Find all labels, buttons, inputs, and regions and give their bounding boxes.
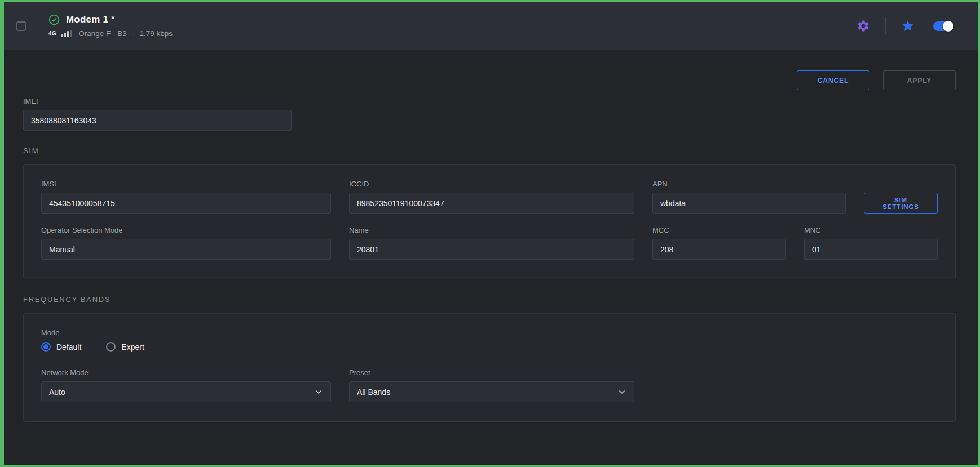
mcc-field: MCC bbox=[652, 226, 786, 260]
mcc-input[interactable] bbox=[652, 239, 786, 260]
imei-label: IMEI bbox=[23, 97, 292, 105]
form-actions: CANCEL APPLY bbox=[23, 70, 956, 90]
app-frame: Modem 1 * 4G Orange F - B3 · 1.79 kbps bbox=[0, 0, 980, 467]
toggle-knob bbox=[943, 21, 953, 32]
preset-select[interactable]: All Bands bbox=[349, 381, 634, 402]
mode-radio-expert[interactable]: Expert bbox=[106, 342, 144, 352]
frequency-bands-section-title: FREQUENCY BANDS bbox=[23, 295, 956, 304]
iccid-field: ICCID bbox=[349, 180, 634, 214]
apn-field: APN bbox=[652, 180, 846, 214]
preset-value: All Bands bbox=[357, 388, 390, 397]
iccid-input[interactable] bbox=[349, 193, 634, 214]
mode-radio-default-label: Default bbox=[56, 343, 81, 352]
select-modem-checkbox[interactable] bbox=[16, 21, 26, 31]
name-field: Name bbox=[349, 226, 634, 260]
modem-title: Modem 1 * bbox=[66, 14, 115, 25]
mnc-field: MNC bbox=[804, 226, 938, 260]
operator-selection-mode-input[interactable] bbox=[41, 239, 331, 260]
apn-input[interactable] bbox=[652, 193, 846, 214]
mode-radio-group: Default Expert bbox=[41, 342, 938, 352]
modem-title-block: Modem 1 * 4G Orange F - B3 · 1.79 kbps bbox=[48, 14, 173, 38]
mnc-input[interactable] bbox=[804, 239, 938, 260]
network-mode-field: Network Mode Auto bbox=[41, 368, 331, 402]
imsi-field: IMSI bbox=[41, 180, 331, 214]
modem-enable-toggle[interactable] bbox=[933, 21, 953, 31]
chevron-down-icon bbox=[617, 388, 626, 397]
operator-label: Orange F - B3 bbox=[78, 29, 127, 38]
network-mode-label: Network Mode bbox=[41, 368, 331, 377]
speed-label: 1.79 kbps bbox=[139, 29, 173, 38]
cancel-button[interactable]: CANCEL bbox=[797, 70, 869, 90]
mode-radio-expert-label: Expert bbox=[121, 343, 144, 352]
settings-gear-icon[interactable] bbox=[857, 19, 870, 33]
operator-selection-mode-label: Operator Selection Mode bbox=[41, 226, 331, 234]
separator-dot: · bbox=[132, 29, 135, 38]
modem-header: Modem 1 * 4G Orange F - B3 · 1.79 kbps bbox=[4, 2, 978, 50]
network-mode-value: Auto bbox=[49, 388, 65, 397]
apply-button[interactable]: APPLY bbox=[883, 70, 956, 90]
status-ok-icon bbox=[48, 14, 60, 25]
frequency-bands-panel: Mode Default Expert Network Mode Auto bbox=[23, 313, 956, 422]
iccid-label: ICCID bbox=[349, 180, 634, 188]
sim-settings-button[interactable]: SIM SETTINGS bbox=[864, 193, 938, 214]
radio-unselected-icon bbox=[106, 342, 116, 352]
sim-panel: IMSI ICCID APN SIM SETTINGS Operator Sel… bbox=[23, 164, 956, 279]
imei-input[interactable] bbox=[23, 110, 292, 131]
network-type-label: 4G bbox=[48, 30, 56, 37]
name-label: Name bbox=[349, 226, 634, 234]
chevron-down-icon bbox=[314, 388, 323, 397]
name-input[interactable] bbox=[349, 239, 634, 260]
imsi-input[interactable] bbox=[41, 193, 331, 214]
mode-radio-default[interactable]: Default bbox=[41, 342, 81, 352]
mnc-label: MNC bbox=[804, 226, 938, 234]
operator-selection-mode-field: Operator Selection Mode bbox=[41, 226, 331, 260]
favorite-star-icon[interactable] bbox=[901, 19, 915, 33]
sim-section-title: SIM bbox=[23, 146, 956, 155]
network-mode-select[interactable]: Auto bbox=[41, 381, 331, 402]
header-actions bbox=[857, 17, 953, 34]
modem-settings-content: CANCEL APPLY IMEI SIM IMSI ICCID APN bbox=[4, 50, 978, 422]
mcc-label: MCC bbox=[652, 226, 786, 234]
header-divider bbox=[885, 17, 886, 34]
radio-selected-icon bbox=[41, 342, 51, 352]
signal-strength-icon bbox=[61, 30, 72, 37]
preset-field: Preset All Bands bbox=[349, 368, 634, 402]
apn-label: APN bbox=[652, 180, 846, 188]
preset-label: Preset bbox=[349, 368, 634, 377]
mode-label: Mode bbox=[41, 328, 938, 337]
imei-field: IMEI bbox=[23, 97, 292, 131]
imsi-label: IMSI bbox=[41, 180, 331, 188]
